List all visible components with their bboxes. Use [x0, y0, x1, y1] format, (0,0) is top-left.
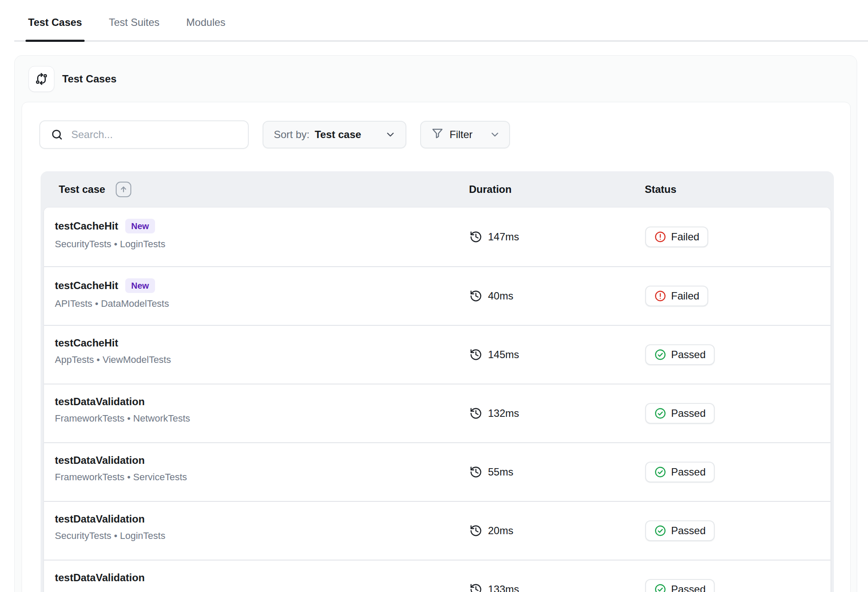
status-label: Failed [671, 231, 699, 243]
test-case-cell: testDataValidation FrameworkTests • Serv… [55, 443, 469, 501]
filter-label: Filter [450, 129, 472, 141]
status-cell: Passed [645, 326, 830, 384]
funnel-icon [431, 127, 444, 142]
clock-history-icon [469, 583, 482, 592]
card-title: Test Cases [62, 73, 117, 85]
clock-history-icon [469, 230, 482, 243]
chevron-down-icon [385, 129, 396, 140]
tab-test-suites[interactable]: Test Suites [106, 16, 162, 41]
test-modules: FrameworkTests • ServiceTests [55, 472, 469, 483]
duration-value: 145ms [488, 349, 519, 361]
new-badge: New [125, 219, 155, 233]
status-label: Passed [671, 583, 706, 592]
test-modules: APITests • DataModelTests [55, 298, 469, 309]
filter-button[interactable]: Filter [420, 121, 510, 148]
search-icon [51, 128, 63, 141]
duration-cell: 40ms [469, 267, 645, 325]
card-header: Test Cases [29, 66, 117, 92]
duration-value: 132ms [488, 407, 519, 419]
duration-value: 40ms [488, 290, 513, 302]
status-label: Passed [671, 349, 706, 361]
tab-modules[interactable]: Modules [184, 16, 228, 41]
toolbar: Sort by: Test case Filter [39, 120, 510, 149]
test-case-cell: testCacheHit New SecurityTests • LoginTe… [55, 208, 469, 266]
status-cell: Passed [645, 384, 830, 442]
test-dashboard-screen: Test Cases Test Suites Modules Test Case… [0, 0, 868, 592]
table-row[interactable]: testDataValidation 133ms Passed [44, 560, 830, 592]
status-cell: Failed [645, 208, 830, 266]
test-case-cell: testCacheHit New APITests • DataModelTes… [55, 267, 469, 325]
status-cell: Failed [645, 267, 830, 325]
sort-direction-icon[interactable] [116, 182, 131, 197]
test-cases-card: Test Cases Sort by: Test case [14, 55, 857, 592]
test-name: testDataValidation [55, 396, 145, 408]
status-badge: Passed [645, 344, 715, 365]
table-row[interactable]: testDataValidation FrameworkTests • Serv… [44, 442, 830, 501]
sort-by-value: Test case [315, 129, 361, 141]
test-name: testDataValidation [55, 513, 145, 525]
tab-test-cases[interactable]: Test Cases [25, 16, 85, 41]
test-name: testCacheHit [55, 280, 118, 292]
table-row[interactable]: testCacheHit New SecurityTests • LoginTe… [44, 208, 830, 266]
test-cases-panel: Sort by: Test case Filter [22, 102, 851, 592]
status-badge: Passed [645, 403, 715, 424]
passed-icon [654, 525, 666, 537]
table-row[interactable]: testCacheHit AppTests • ViewModelTests 1… [44, 325, 830, 384]
duration-cell: 20ms [469, 502, 645, 560]
clock-history-icon [469, 290, 482, 302]
status-label: Passed [671, 466, 706, 478]
tab-bar: Test Cases Test Suites Modules [14, 0, 868, 41]
status-badge: Failed [645, 286, 708, 306]
sort-by-label: Sort by: [274, 129, 310, 141]
duration-cell: 145ms [469, 326, 645, 384]
clock-history-icon [469, 524, 482, 537]
test-name: testDataValidation [55, 454, 145, 466]
compare-arrows-icon [29, 66, 54, 92]
status-cell: Passed [645, 561, 830, 592]
column-header-duration: Duration [469, 183, 645, 195]
test-modules: SecurityTests • LoginTests [55, 530, 469, 542]
status-badge: Passed [645, 462, 715, 482]
duration-cell: 133ms [469, 561, 645, 592]
test-case-cell: testDataValidation FrameworkTests • Netw… [55, 384, 469, 442]
new-badge: New [125, 278, 155, 293]
test-modules: FrameworkTests • NetworkTests [55, 413, 469, 424]
table-row[interactable]: testCacheHit New APITests • DataModelTes… [44, 266, 830, 325]
test-name: testCacheHit [55, 337, 118, 349]
table-body: testCacheHit New SecurityTests • LoginTe… [44, 207, 831, 592]
test-name: testCacheHit [55, 220, 118, 232]
passed-icon [654, 349, 666, 361]
duration-cell: 147ms [469, 208, 645, 266]
status-badge: Passed [645, 520, 715, 541]
status-label: Failed [671, 290, 699, 302]
status-label: Passed [671, 407, 706, 419]
test-modules: SecurityTests • LoginTests [55, 239, 469, 250]
test-cases-table: Test case Duration Status testCacheHit N… [41, 171, 834, 592]
test-case-cell: testDataValidation SecurityTests • Login… [55, 502, 469, 560]
clock-history-icon [469, 407, 482, 420]
status-cell: Passed [645, 443, 830, 501]
passed-icon [654, 466, 666, 478]
passed-icon [654, 583, 666, 592]
test-name: testDataValidation [55, 572, 145, 584]
chevron-down-icon [489, 129, 501, 140]
search-input[interactable] [71, 129, 239, 141]
duration-value: 147ms [488, 231, 519, 243]
table-row[interactable]: testDataValidation SecurityTests • Login… [44, 501, 830, 560]
status-cell: Passed [645, 502, 830, 560]
duration-cell: 132ms [469, 384, 645, 442]
status-label: Passed [671, 525, 706, 537]
sort-by-button[interactable]: Sort by: Test case [263, 121, 406, 148]
failed-icon [654, 290, 666, 302]
duration-value: 133ms [488, 583, 519, 592]
test-modules: AppTests • ViewModelTests [55, 354, 469, 365]
table-header: Test case Duration Status [41, 171, 834, 207]
failed-icon [654, 231, 666, 243]
clock-history-icon [469, 348, 482, 361]
clock-history-icon [469, 466, 482, 479]
column-header-test-case: Test case [59, 183, 105, 195]
table-row[interactable]: testDataValidation FrameworkTests • Netw… [44, 384, 830, 442]
status-badge: Failed [645, 227, 708, 247]
test-case-cell: testCacheHit AppTests • ViewModelTests [55, 326, 469, 384]
search-box[interactable] [39, 120, 249, 149]
